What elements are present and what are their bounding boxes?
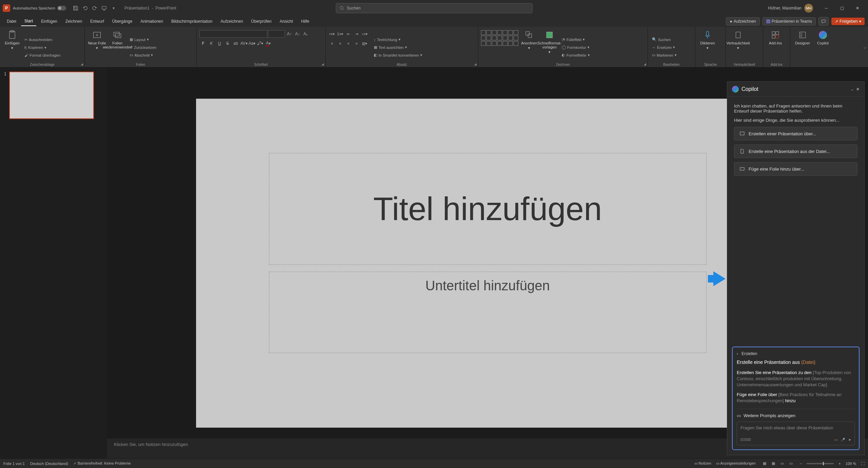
tab-ansicht[interactable]: Ansicht — [276, 17, 296, 26]
quick-styles-button[interactable]: Schnellformat-vorlagen ▾ — [540, 28, 559, 66]
copilot-example-1[interactable]: Erstellen Sie eine Präsentation zu den [… — [737, 370, 855, 388]
bold-icon[interactable]: F — [199, 40, 207, 47]
select-button[interactable]: ▭ Markieren ▾ — [651, 52, 678, 58]
shadow-icon[interactable]: ab — [232, 40, 239, 47]
tab-einfuegen[interactable]: Einfügen — [38, 17, 60, 26]
save-icon[interactable] — [72, 4, 80, 12]
copilot-main-prompt[interactable]: Erstelle eine Präsentation aus (Datei) — [737, 359, 855, 365]
language-status[interactable]: Deutsch (Deutschland) — [30, 462, 68, 466]
redo-icon[interactable] — [91, 4, 99, 12]
font-launcher[interactable]: ◢ — [322, 62, 324, 66]
shape-fill-button[interactable]: ◔ Fülleffekt ▾ — [560, 37, 591, 42]
tab-start[interactable]: Start — [21, 17, 36, 26]
tab-zeichnen[interactable]: Zeichnen — [62, 17, 85, 26]
find-button[interactable]: 🔍 Suchen — [651, 37, 678, 42]
shape-effects-button[interactable]: ◐ Formeffekte ▾ — [560, 52, 591, 58]
copilot-back-icon[interactable]: ‹ — [737, 351, 738, 356]
dec-indent-icon[interactable]: ⇤ — [345, 30, 352, 38]
spacing-icon[interactable]: AV▾ — [240, 40, 248, 47]
copilot-more-prompts[interactable]: ▭ Weitere Prompts anzeigen — [737, 409, 855, 418]
underline-icon[interactable]: U — [216, 40, 223, 47]
font-size-select[interactable] — [268, 30, 285, 38]
inc-indent-icon[interactable]: ⇥ — [353, 30, 360, 38]
fit-window-icon[interactable]: ⛶ — [861, 462, 865, 466]
tab-ueberpruefen[interactable]: Überprüfen — [248, 17, 275, 26]
sorter-view-icon[interactable]: ▦ — [769, 460, 777, 467]
align-right-icon[interactable]: ≡ — [345, 40, 352, 47]
mic-icon[interactable]: 🎤 — [841, 438, 845, 442]
zoom-level[interactable]: 109 % — [846, 462, 856, 466]
smartart-button[interactable]: ◧ In SmartArt konvertieren ▾ — [372, 52, 424, 58]
paste-button[interactable]: Einfügen▾ — [3, 28, 22, 66]
present-teams-button[interactable]: Präsentieren in Teams — [763, 17, 816, 25]
tab-datei[interactable]: Datei — [3, 17, 20, 26]
zoom-slider[interactable] — [807, 463, 834, 464]
strike-icon[interactable]: S̶ — [224, 40, 231, 47]
drawing-launcher[interactable]: ◢ — [644, 62, 646, 66]
zoom-out-icon[interactable]: − — [800, 462, 802, 466]
replace-button[interactable]: ↔ Ersetzen ▾ — [651, 44, 678, 50]
minimize-button[interactable]: ─ — [818, 3, 834, 13]
sensitivity-button[interactable]: Vertraulichkeit ▾ — [729, 28, 748, 66]
account-name[interactable]: Hüfner, Maximilian — [768, 6, 802, 11]
slideshow-view-icon[interactable]: ▭ — [787, 460, 795, 467]
tab-bildschirm[interactable]: Bildschirmpräsentation — [168, 17, 216, 26]
share-button[interactable]: ↗ Freigeben ▾ — [831, 18, 865, 25]
case-icon[interactable]: Aa▾ — [248, 40, 256, 47]
bullets-icon[interactable]: •≡▾ — [328, 30, 336, 38]
text-align-button[interactable]: ▦ Text ausrichten ▾ — [372, 44, 424, 50]
present-icon[interactable] — [100, 4, 108, 12]
numbering-icon[interactable]: 1≡▾ — [336, 30, 344, 38]
close-button[interactable]: ✕ — [850, 3, 865, 13]
ribbon-collapse-icon[interactable]: ⌵ — [864, 45, 866, 50]
font-family-select[interactable] — [199, 30, 267, 38]
italic-icon[interactable]: K — [208, 40, 215, 47]
record-button[interactable]: ● Aufzeichnen — [726, 17, 759, 25]
shapes-gallery[interactable] — [481, 28, 518, 66]
text-direction-button[interactable]: ↕ Textrichtung ▾ — [372, 37, 424, 42]
font-color-icon[interactable]: A▾ — [265, 40, 272, 47]
zoom-in-icon[interactable]: + — [838, 462, 841, 466]
addins-button[interactable]: Add-Ins — [766, 28, 785, 66]
slide-thumbnail-1[interactable] — [9, 72, 94, 119]
line-spacing-icon[interactable]: ↕≡▾ — [361, 30, 368, 38]
normal-view-icon[interactable]: ▦ — [760, 460, 769, 467]
maximize-button[interactable]: ▢ — [834, 3, 850, 13]
copilot-collapse-icon[interactable]: ⌵ — [851, 87, 853, 92]
copilot-suggestion-2[interactable]: Erstelle eine Präsentation aus der Datei… — [734, 144, 857, 158]
display-settings[interactable]: ▭ Anzeigeeinstellungen — [716, 461, 756, 466]
autosave-toggle[interactable] — [57, 6, 66, 11]
slide-counter[interactable]: Folie 1 von 1 — [3, 462, 25, 466]
copilot-example-2[interactable]: Füge eine Folie über [Best Practices für… — [737, 392, 855, 404]
avatar[interactable]: MH — [804, 4, 813, 13]
copilot-file-link[interactable]: (Datei) — [801, 359, 815, 365]
align-center-icon[interactable]: ≡ — [336, 40, 344, 47]
undo-icon[interactable] — [81, 4, 89, 12]
search-input[interactable]: Suchen — [336, 3, 533, 13]
align-left-icon[interactable]: ≡ — [328, 40, 336, 47]
copilot-suggestion-1[interactable]: Erstellen einer Präsentation über... — [734, 127, 857, 140]
comments-button[interactable] — [818, 17, 829, 26]
reading-view-icon[interactable]: ▭ — [778, 460, 786, 467]
arrange-button[interactable]: Anordnen ▾ — [520, 28, 539, 66]
reset-button[interactable]: ↺ Zurücksetzen — [128, 44, 158, 50]
cut-button[interactable]: ✂ Ausschneiden — [23, 37, 62, 43]
slide-canvas[interactable]: Titel hinzufügen Untertitel hinzufügen — [196, 99, 779, 428]
title-placeholder[interactable]: Titel hinzufügen — [269, 153, 707, 265]
copilot-close-icon[interactable]: ✕ — [856, 87, 860, 92]
section-button[interactable]: ▭ Abschnitt ▾ — [128, 52, 158, 58]
decrease-font-icon[interactable]: A↓ — [294, 30, 301, 38]
reuse-slides-button[interactable]: Folien wiederverwenden — [108, 28, 127, 66]
columns-icon[interactable]: ▥▾ — [361, 40, 368, 47]
dictate-button[interactable]: Diktieren ▾ — [698, 28, 717, 66]
justify-icon[interactable]: ≡ — [353, 40, 360, 47]
paragraph-launcher[interactable]: ◢ — [474, 62, 477, 66]
accessibility-status[interactable]: ✓ Barrierefreiheit: Keine Probleme — [74, 461, 131, 466]
copilot-text-input[interactable]: Fragen Sie mich etwas über diese Präsent… — [737, 422, 855, 445]
shape-outline-button[interactable]: ◯ Formkontur ▾ — [560, 44, 591, 50]
highlight-icon[interactable]: 🖍▾ — [256, 40, 264, 47]
tab-hilfe[interactable]: Hilfe — [298, 17, 313, 26]
attach-icon[interactable]: ▭ — [834, 438, 837, 442]
tab-animationen[interactable]: Animationen — [137, 17, 167, 26]
clear-format-icon[interactable]: Aₓ — [302, 30, 309, 38]
